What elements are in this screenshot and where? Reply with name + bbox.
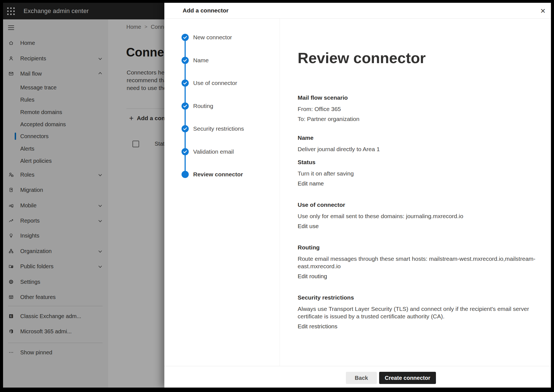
step-label: New connector bbox=[193, 34, 232, 41]
edit-restrictions-link[interactable]: Edit restrictions bbox=[298, 323, 338, 330]
step-done-check-icon bbox=[182, 57, 189, 64]
edit-name-link[interactable]: Edit name bbox=[298, 180, 324, 187]
close-icon[interactable]: ✕ bbox=[538, 6, 548, 16]
add-connector-modal: Add a connector ✕ New connectorNameUse o… bbox=[164, 3, 551, 388]
modal-footer: Back Create connector bbox=[164, 366, 551, 388]
section-text: Always use Transport Layer Security (TLS… bbox=[298, 305, 528, 320]
section-text-line: Always use Transport Layer Security (TLS… bbox=[298, 305, 528, 313]
section-text-line: From: Office 365 bbox=[298, 105, 528, 113]
exchange-admin-app: Exchange admin center HomeRecipientsMail… bbox=[3, 3, 551, 388]
step-label: Validation email bbox=[193, 148, 234, 155]
review-title: Review connector bbox=[298, 50, 528, 66]
review-pane: Review connector Mail flow scenarioFrom:… bbox=[298, 50, 528, 332]
step-done-check-icon bbox=[182, 34, 189, 41]
create-connector-button[interactable]: Create connector bbox=[379, 372, 436, 384]
back-button[interactable]: Back bbox=[346, 372, 377, 384]
stepper-content-divider bbox=[280, 19, 280, 366]
step-done-check-icon bbox=[182, 79, 189, 87]
screenshot-frame: Exchange admin center HomeRecipientsMail… bbox=[0, 0, 554, 392]
step-label: Security restrictions bbox=[193, 125, 244, 132]
section-text: To: Partner organization bbox=[298, 115, 528, 123]
review-sections: Mail flow scenarioFrom: Office 365To: Pa… bbox=[298, 94, 528, 332]
step-done-check-icon bbox=[182, 148, 189, 155]
section-text-line: Turn it on after saving bbox=[298, 170, 528, 177]
step-current-dot-icon bbox=[182, 171, 189, 178]
step-label: Routing bbox=[193, 103, 213, 109]
step-new-connector[interactable]: New connector bbox=[164, 26, 280, 49]
section-heading: Name bbox=[298, 134, 528, 141]
edit-routing-link[interactable]: Edit routing bbox=[298, 272, 327, 280]
step-done-check-icon bbox=[182, 102, 189, 110]
section-heading: Security restrictions bbox=[298, 294, 528, 301]
section-text-line: Use only for email sent to these domains… bbox=[298, 212, 528, 220]
step-validation-email[interactable]: Validation email bbox=[164, 140, 280, 163]
section-text: Use only for email sent to these domains… bbox=[298, 212, 528, 220]
section-text-line: certificate is issued by a trusted certi… bbox=[298, 313, 528, 320]
section-heading: Status bbox=[298, 159, 528, 166]
section-text: Turn it on after saving bbox=[298, 170, 528, 177]
step-label: Use of connector bbox=[193, 80, 237, 86]
section-text: From: Office 365 bbox=[298, 105, 528, 113]
section-heading: Use of connector bbox=[298, 201, 528, 208]
section-text: Route email messages through these smart… bbox=[298, 255, 528, 270]
wizard-stepper: New connectorNameUse of connectorRouting… bbox=[164, 3, 280, 388]
step-label: Name bbox=[193, 57, 209, 64]
edit-use-link[interactable]: Edit use bbox=[298, 222, 319, 230]
step-use-of-connector[interactable]: Use of connector bbox=[164, 72, 280, 94]
section-text-line: Route email messages through these smart… bbox=[298, 255, 528, 262]
section-text-line: Deliver journal directly to Area 1 bbox=[298, 145, 528, 153]
step-routing[interactable]: Routing bbox=[164, 95, 280, 117]
step-done-check-icon bbox=[182, 125, 189, 132]
section-heading: Routing bbox=[298, 244, 528, 251]
section-text: Deliver journal directly to Area 1 bbox=[298, 145, 528, 153]
step-review-connector[interactable]: Review connector bbox=[164, 163, 280, 186]
section-text-line: To: Partner organization bbox=[298, 115, 528, 123]
section-text-line: east.mxrecord.io bbox=[298, 262, 528, 270]
step-label: Review connector bbox=[193, 171, 243, 178]
section-heading: Mail flow scenario bbox=[298, 94, 528, 101]
step-security-restrictions[interactable]: Security restrictions bbox=[164, 117, 280, 140]
step-name[interactable]: Name bbox=[164, 49, 280, 72]
